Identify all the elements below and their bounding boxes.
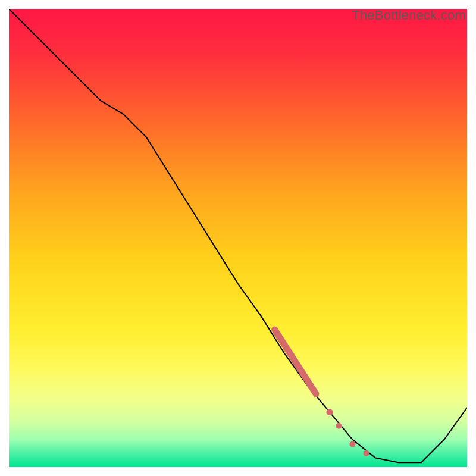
watermark-text: TheBottleneck.com <box>352 8 466 23</box>
bottleneck-curve <box>9 9 467 462</box>
plot-area: TheBottleneck.com <box>9 9 467 467</box>
highlight-dot <box>350 441 356 447</box>
highlight-band <box>275 330 316 394</box>
chart-container: TheBottleneck.com <box>0 0 476 476</box>
highlight-dot <box>364 450 369 456</box>
highlight-dot <box>336 423 342 429</box>
highlight-dot <box>327 409 333 415</box>
line-layer <box>9 9 467 467</box>
